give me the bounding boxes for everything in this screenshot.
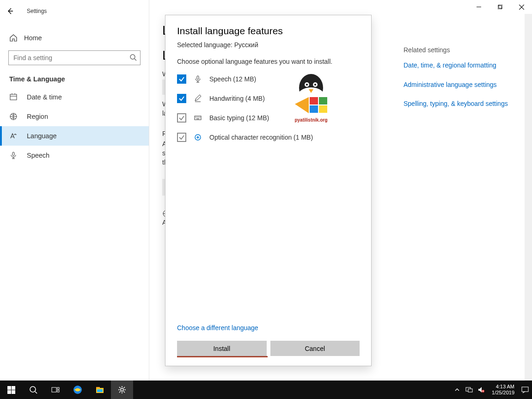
maximize-button[interactable] [489, 0, 511, 14]
svg-rect-1 [10, 94, 17, 100]
action-center-icon[interactable] [520, 381, 530, 399]
handwriting-icon [194, 94, 202, 103]
svg-rect-22 [12, 386, 15, 390]
start-button[interactable] [0, 381, 22, 399]
taskbar: 4:13 AM 1/25/2019 [0, 381, 532, 399]
home-icon [9, 34, 18, 42]
selected-language-label: Selected language: Русский [177, 41, 360, 49]
checkbox-speech[interactable] [177, 74, 186, 84]
taskbar-clock[interactable]: 4:13 AM 1/25/2019 [488, 384, 518, 396]
option-row-basic-typing: Basic typing (12 MB) [177, 113, 360, 123]
clock-time: 4:13 AM [492, 384, 514, 390]
microphone-icon [194, 75, 202, 83]
dialog-instruction: Choose optional language features you wa… [177, 58, 360, 65]
checkbox-handwriting[interactable] [177, 94, 186, 103]
choose-different-language-link[interactable]: Choose a different language [177, 324, 360, 331]
tray-chevron-icon[interactable] [452, 381, 462, 399]
app-title: Settings [27, 8, 47, 14]
related-link-spelling[interactable]: Spelling, typing, & keyboard settings [404, 99, 513, 109]
install-button[interactable]: Install [177, 341, 267, 356]
sidebar-item-speech[interactable]: Speech [0, 146, 149, 165]
svg-rect-32 [97, 389, 103, 392]
microphone-icon [9, 151, 18, 160]
checkbox-basic-typing [177, 113, 186, 123]
related-link-admin-lang[interactable]: Administrative language settings [404, 80, 513, 90]
related-settings: Related settings Date, time, & regional … [404, 46, 513, 119]
tray-volume-icon[interactable] [476, 381, 486, 399]
option-row-ocr: Optical character recognition (1 MB) [177, 133, 360, 142]
language-icon [9, 132, 18, 140]
svg-rect-31 [96, 387, 100, 388]
taskbar-file-explorer[interactable] [89, 381, 111, 399]
checkbox-ocr [177, 133, 186, 142]
option-label: Speech (12 MB) [209, 75, 256, 83]
svg-rect-35 [468, 389, 472, 392]
sidebar-item-home[interactable]: Home [8, 29, 141, 47]
svg-rect-5 [498, 6, 501, 9]
calendar-clock-icon [9, 93, 18, 101]
section-title: Time & Language [8, 75, 141, 83]
related-link-date-time[interactable]: Date, time, & regional formatting [404, 61, 513, 70]
sidebar-item-date-time[interactable]: Date & time [0, 87, 149, 107]
svg-rect-26 [52, 387, 56, 392]
svg-point-33 [121, 388, 123, 391]
cancel-button[interactable]: Cancel [270, 341, 360, 356]
taskbar-ie[interactable] [67, 381, 89, 399]
sidebar-item-label: Speech [27, 152, 49, 159]
taskbar-search[interactable] [22, 381, 44, 399]
svg-rect-24 [12, 390, 15, 394]
option-row-speech: Speech (12 MB) [177, 74, 360, 84]
sidebar-item-region[interactable]: Region [0, 107, 149, 126]
sidebar-item-label: Date & time [27, 93, 62, 101]
home-label: Home [24, 34, 42, 42]
svg-rect-23 [7, 390, 11, 394]
search-icon [129, 54, 137, 61]
sidebar-item-label: Region [27, 113, 48, 120]
clock-date: 1/25/2019 [492, 390, 514, 396]
svg-rect-21 [7, 386, 11, 390]
svg-rect-37 [522, 387, 528, 392]
option-label: Optical character recognition (1 MB) [209, 134, 313, 141]
close-button[interactable] [511, 0, 532, 14]
option-label: Handwriting (4 MB) [209, 95, 265, 102]
svg-rect-6 [499, 5, 502, 8]
search-input[interactable] [8, 50, 141, 65]
svg-rect-3 [12, 152, 14, 156]
task-view-button[interactable] [44, 381, 67, 399]
minimize-button[interactable] [468, 0, 489, 14]
scrollbar[interactable] [525, 14, 532, 381]
keyboard-icon [194, 114, 202, 122]
globe-icon [9, 112, 18, 121]
taskbar-settings[interactable] [111, 381, 133, 399]
option-row-handwriting: Handwriting (4 MB) [177, 94, 360, 103]
related-header: Related settings [404, 46, 513, 54]
back-button[interactable] [4, 5, 17, 18]
sidebar-item-label: Language [27, 132, 57, 140]
option-label: Basic typing (12 MB) [209, 114, 269, 122]
annotation-underline [177, 356, 268, 357]
svg-rect-27 [57, 387, 59, 389]
tray-network-icon[interactable] [464, 381, 474, 399]
install-language-dialog: Install language features Selected langu… [165, 15, 372, 366]
svg-rect-7 [197, 76, 199, 80]
svg-point-0 [130, 55, 135, 59]
search-box[interactable] [8, 50, 141, 65]
svg-rect-28 [57, 390, 59, 392]
svg-point-25 [30, 387, 36, 392]
settings-sidebar: Settings Home Time & Language [0, 0, 149, 381]
dialog-title: Install language features [177, 25, 360, 37]
ocr-icon [194, 133, 202, 141]
sidebar-item-language[interactable]: Language [0, 126, 149, 146]
